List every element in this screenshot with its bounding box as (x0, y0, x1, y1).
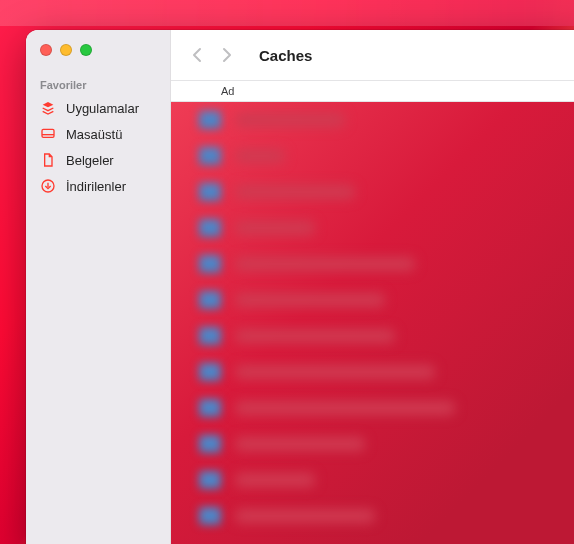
minimize-button[interactable] (60, 44, 72, 56)
sidebar-item-label: Masaüstü (66, 127, 122, 142)
folder-icon (199, 471, 221, 489)
item-name-blurred (235, 221, 315, 235)
list-item (171, 390, 574, 426)
item-name-blurred (235, 257, 415, 271)
folder-icon (199, 327, 221, 345)
item-name-blurred (235, 437, 365, 451)
list-item (171, 174, 574, 210)
item-name-blurred (235, 509, 375, 523)
folder-icon (199, 183, 221, 201)
sidebar: Favoriler Uygulamalar (26, 30, 171, 544)
sidebar-item-label: İndirilenler (66, 179, 126, 194)
item-name-blurred (235, 329, 395, 343)
sidebar-item-desktop[interactable]: Masaüstü (26, 121, 170, 147)
macos-menubar (0, 0, 574, 26)
folder-icon (199, 363, 221, 381)
list-item (171, 138, 574, 174)
folder-icon (199, 255, 221, 273)
list-item (171, 426, 574, 462)
folder-icon (199, 435, 221, 453)
list-item (171, 498, 574, 534)
item-name-blurred (235, 473, 315, 487)
folder-icon (199, 219, 221, 237)
item-name-blurred (235, 365, 435, 379)
forward-button[interactable] (215, 44, 239, 66)
list-item (171, 102, 574, 138)
item-name-blurred (235, 113, 345, 127)
sidebar-item-documents[interactable]: Belgeler (26, 147, 170, 173)
list-item (171, 246, 574, 282)
folder-icon (199, 147, 221, 165)
svg-rect-0 (42, 129, 54, 137)
content-pane: Caches Ad (171, 30, 574, 544)
column-header-name[interactable]: Ad (221, 85, 234, 97)
zoom-button[interactable] (80, 44, 92, 56)
item-name-blurred (235, 149, 285, 163)
sidebar-section-label: Favoriler (26, 74, 170, 95)
back-button[interactable] (185, 44, 209, 66)
sidebar-item-downloads[interactable]: İndirilenler (26, 173, 170, 199)
desktop-icon (40, 126, 56, 142)
item-name-blurred (235, 293, 385, 307)
item-name-blurred (235, 401, 455, 415)
close-button[interactable] (40, 44, 52, 56)
list-item (171, 318, 574, 354)
finder-window: Favoriler Uygulamalar (26, 30, 574, 544)
folder-icon (199, 291, 221, 309)
toolbar: Caches (171, 30, 574, 80)
window-title: Caches (259, 47, 312, 64)
sidebar-item-label: Belgeler (66, 153, 114, 168)
list-item (171, 462, 574, 498)
column-header-row: Ad (171, 80, 574, 102)
item-name-blurred (235, 185, 355, 199)
sidebar-item-applications[interactable]: Uygulamalar (26, 95, 170, 121)
download-icon (40, 178, 56, 194)
desktop-background: Favoriler Uygulamalar (0, 0, 574, 544)
folder-icon (199, 111, 221, 129)
sidebar-item-label: Uygulamalar (66, 101, 139, 116)
list-item (171, 210, 574, 246)
document-icon (40, 152, 56, 168)
list-item (171, 354, 574, 390)
folder-icon (199, 507, 221, 525)
folder-icon (199, 399, 221, 417)
list-item (171, 282, 574, 318)
window-controls (26, 44, 170, 74)
apps-icon (40, 100, 56, 116)
file-list-blurred (171, 102, 574, 544)
